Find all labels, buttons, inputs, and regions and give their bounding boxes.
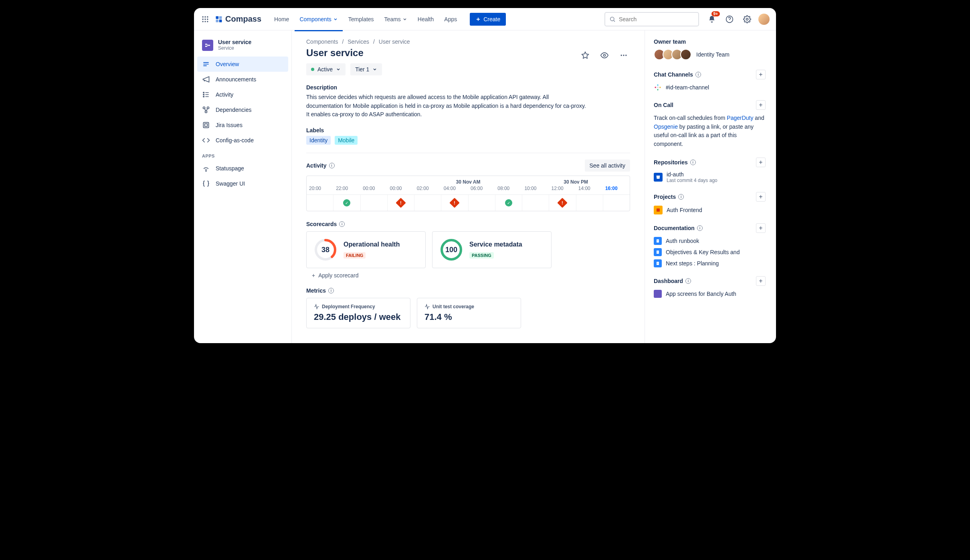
scorecard-card[interactable]: 100 Service metadata PASSING [432, 231, 552, 268]
repo-item[interactable]: id-auth Last commit 4 days ago [654, 171, 766, 183]
search-input[interactable] [619, 16, 694, 22]
score-value: 38 [315, 239, 336, 261]
svg-point-6 [202, 21, 204, 22]
help-icon[interactable] [723, 13, 736, 26]
notifications-icon[interactable]: 9+ [705, 13, 718, 26]
breadcrumb-link[interactable]: Services [348, 38, 369, 45]
apply-scorecard-link[interactable]: +Apply scorecard [312, 272, 630, 279]
doc-item[interactable]: Auth runbook [654, 237, 766, 245]
svg-rect-31 [203, 123, 208, 128]
label-chip[interactable]: Identity [306, 136, 331, 145]
svg-rect-17 [205, 46, 207, 47]
status-pill[interactable]: Active [306, 63, 346, 75]
user-avatar[interactable] [758, 14, 770, 25]
info-icon[interactable]: i [685, 278, 691, 284]
sidebar-item-dependencies[interactable]: Dependencies [194, 102, 291, 117]
nav-health[interactable]: Health [413, 13, 439, 26]
owner-team-row[interactable]: Identity Team [654, 49, 766, 60]
sidebar-item-jira-issues[interactable]: Jira Issues [194, 117, 291, 133]
settings-icon[interactable] [741, 13, 754, 26]
nav-apps[interactable]: Apps [439, 13, 462, 26]
nav-templates[interactable]: Templates [344, 13, 379, 26]
notif-badge: 9+ [711, 11, 720, 16]
sidebar-app-statuspage[interactable]: Statuspage [194, 161, 291, 176]
doc-item[interactable]: Objectives & Key Results and [654, 248, 766, 256]
timeline-hour: 14:00 [576, 184, 603, 194]
slack-icon [654, 83, 662, 91]
sidebar-header: User service Service [194, 35, 291, 57]
svg-point-35 [621, 55, 622, 56]
add-project-button[interactable]: + [756, 192, 766, 202]
search-input-wrap[interactable] [604, 12, 699, 26]
sidebar-item-announcements[interactable]: Announcements [194, 72, 291, 87]
info-icon[interactable]: i [328, 288, 334, 293]
product-logo[interactable]: Compass [215, 14, 261, 24]
bitbucket-icon [654, 173, 663, 182]
team-avatars [654, 49, 691, 60]
timeline-hour: 10:00 [522, 184, 549, 194]
svg-rect-45 [657, 89, 658, 90]
tier-pill[interactable]: Tier 1 [350, 63, 382, 75]
opsgenie-link[interactable]: Opsgenie [654, 123, 678, 130]
svg-rect-43 [657, 85, 658, 86]
svg-rect-10 [219, 16, 222, 19]
pagerduty-link[interactable]: PagerDuty [727, 115, 753, 121]
svg-point-13 [610, 17, 614, 20]
doc-item[interactable]: Next steps : Planning [654, 259, 766, 267]
score-ring: 100 [441, 239, 462, 261]
team-name: Identity Team [696, 51, 730, 58]
see-all-activity-button[interactable]: See all activity [585, 160, 630, 172]
right-sidebar: Owner team Identity Team Chat Channelsi … [645, 30, 776, 343]
info-icon[interactable]: i [678, 194, 684, 200]
info-icon[interactable]: i [697, 225, 703, 231]
timeline-hour: 02:00 [414, 184, 441, 194]
score-value: 100 [441, 239, 462, 261]
watch-icon[interactable] [598, 49, 611, 62]
sidebar-item-config-as-code[interactable]: Config-as-code [194, 133, 291, 148]
top-nav: Compass Home Components Templates Teams … [194, 8, 776, 30]
chat-channel-item[interactable]: #id-team-channel [654, 83, 766, 91]
breadcrumb-link[interactable]: Components [306, 38, 338, 45]
timeline-cell [307, 195, 333, 211]
star-icon[interactable] [579, 49, 592, 62]
sidebar-apps-header: APPS [194, 148, 291, 161]
info-icon[interactable]: i [329, 163, 335, 168]
chat-channels-heading: Chat Channelsi [654, 71, 701, 78]
info-icon[interactable]: i [695, 72, 701, 77]
nav-teams[interactable]: Teams [380, 13, 412, 26]
dashboard-item[interactable]: App screens for Bancly Auth [654, 290, 766, 298]
owner-team-heading: Owner team [654, 38, 766, 45]
more-icon[interactable] [617, 49, 630, 62]
sidebar-item-overview[interactable]: Overview [197, 57, 288, 72]
add-oncall-button[interactable]: + [756, 100, 766, 110]
info-icon[interactable]: i [339, 221, 345, 227]
info-icon[interactable]: i [690, 160, 696, 165]
add-dashboard-button[interactable]: + [756, 276, 766, 286]
scorecard-title: Service metadata [469, 241, 522, 248]
failure-icon: ! [450, 198, 460, 208]
add-doc-button[interactable]: + [756, 223, 766, 233]
timeline-cell [414, 195, 441, 211]
sidebar-item-label: Config-as-code [216, 137, 254, 144]
sidebar-item-activity[interactable]: Activity [194, 87, 291, 102]
create-button[interactable]: Create [470, 13, 506, 26]
project-item[interactable]: Auth Frontend [654, 206, 766, 214]
sidebar-subtitle: Service [218, 45, 251, 51]
description-heading: Description [306, 84, 630, 91]
label-chip[interactable]: Mobile [335, 136, 358, 145]
scorecard-card[interactable]: 38 Operational health FAILING [306, 231, 426, 268]
timeline-hour: 00:00 [360, 184, 387, 194]
metric-label: Deployment Frequency [314, 304, 403, 309]
metric-card[interactable]: Deployment Frequency 29.25 deploys / wee… [306, 298, 410, 328]
sidebar-app-swagger-ui[interactable]: Swagger UI [194, 176, 291, 191]
deps-icon [202, 106, 210, 114]
timeline-hour: 00:00 [388, 184, 414, 194]
metric-card[interactable]: Unit test coverage 71.4 % [417, 298, 521, 328]
nav-home[interactable]: Home [269, 13, 294, 26]
app-switcher-icon[interactable] [200, 14, 210, 24]
svg-point-7 [204, 21, 206, 22]
svg-rect-46 [657, 87, 659, 89]
add-repo-button[interactable]: + [756, 158, 766, 167]
nav-components[interactable]: Components [295, 13, 342, 26]
add-chat-button[interactable]: + [756, 70, 766, 79]
